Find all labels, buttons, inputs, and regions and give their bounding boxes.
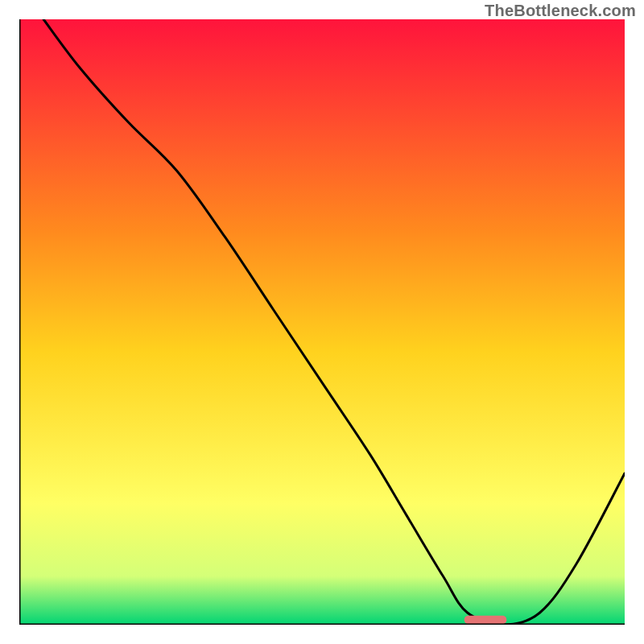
chart-svg — [19, 19, 625, 625]
gradient-background — [19, 19, 625, 625]
watermark-text: TheBottleneck.com — [485, 2, 636, 20]
optimal-marker — [464, 616, 507, 625]
bottleneck-chart — [19, 19, 625, 625]
